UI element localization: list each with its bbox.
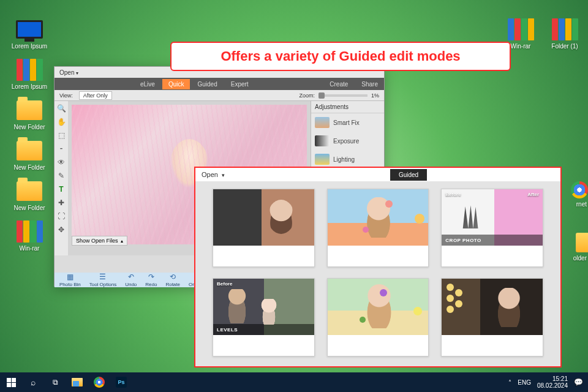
zoom-tool-icon[interactable]: 🔍 [56,104,66,113]
rotate-icon: ⟲ [170,273,176,281]
desktop-icon-label: New Folder [11,205,48,211]
adj-label: Smart Fix [333,119,360,126]
folder-icon[interactable] [576,233,588,252]
selection-tool-icon[interactable]: ⬚ [56,130,66,140]
task-view-button[interactable]: ⧉ [44,372,66,392]
desktop-icon-label: Lorem Ipsum [11,43,48,50]
view-select[interactable]: After Only [79,91,112,100]
eyedropper-icon[interactable]: ⁃ [56,144,66,154]
adj-smartfix[interactable]: Smart Fix [311,113,384,132]
chrome-icon [94,377,105,388]
after-tag: After [527,192,539,197]
photobin-icon: ▦ [67,273,74,281]
taskbar: ⌕ ⧉ Ps ˄ ENG 15:21 08.02.2024 💬 [0,372,588,392]
photoshop-icon: Ps [116,377,127,388]
binders-icon [16,221,43,243]
tray-chevron-icon[interactable]: ˄ [508,379,511,386]
redo-icon: ↷ [148,273,154,281]
start-button[interactable] [0,372,22,392]
open-menu[interactable]: Open [195,171,231,178]
desktop-icon-label: Lorem Ipsum [11,83,48,90]
folder-icon [16,180,43,202]
monitor-icon [16,18,43,40]
card-overlay-label: CROP PHOTO [442,235,543,246]
language-indicator[interactable]: ENG [518,379,531,386]
zoom-value: 1% [371,92,379,99]
guided-grid: Before After CROP PHOTO Before LEVELS [195,181,560,364]
adj-exposure[interactable]: Exposure [311,132,384,150]
tab-quick[interactable]: Quick [162,79,190,89]
card-overlay-label: LEVELS [213,324,314,335]
photoshop-button[interactable]: Ps [110,372,132,392]
adj-label: Lighting [333,156,355,163]
desktop-icon-folder[interactable]: New Folder [11,180,48,211]
rotate-button[interactable]: ⟲Rotate [165,273,180,287]
desktop-icon-binders[interactable]: Lorem Ipsum [11,59,48,90]
brush-tool-icon[interactable]: ✎ [56,171,66,181]
zoom-label: Zoom: [299,92,315,99]
desktop-icon-label: Win-rar [11,245,48,252]
search-button[interactable]: ⌕ [22,372,44,392]
guided-top-bar: Open Guided [195,168,560,181]
move-tool-icon[interactable]: ✥ [56,225,66,235]
view-bar: View: After Only Zoom: 1% [55,90,384,101]
guided-card[interactable] [327,278,429,356]
search-icon: ⌕ [31,377,36,387]
binders-icon [551,18,578,40]
toolbox: 🔍 ✋ ⬚ ⁃ 👁 ✎ T ✚ ⛶ ✥ [55,101,68,255]
clock-date: 08.02.2024 [537,382,568,389]
desktop-icon-folder1[interactable]: Folder (1) [546,18,583,50]
explorer-icon [72,378,83,386]
photo-bin-button[interactable]: ▦Photo Bin [59,273,81,287]
adj-lighting[interactable]: Lighting [311,150,384,168]
notifications-icon[interactable]: 💬 [574,378,583,386]
undo-button[interactable]: ↶Undo [125,273,137,287]
crop-tool-icon[interactable]: ⛶ [56,211,66,221]
open-menu[interactable]: Open [59,69,78,76]
guided-card[interactable] [441,278,543,356]
healing-tool-icon[interactable]: ✚ [56,198,66,208]
redeye-tool-icon[interactable]: 👁 [56,157,66,167]
tool-options-button[interactable]: ☰Tool Options [89,273,116,287]
desktop-icon-folder[interactable]: New Folder [11,99,48,130]
adjustments-header: Adjustments [311,101,384,113]
tab-share[interactable]: Share [355,79,384,89]
tab-elive[interactable]: eLive [134,79,161,89]
before-tag: Before [217,281,232,287]
desktop-icon-label: New Folder [11,124,48,130]
show-open-files[interactable]: Show Open Files▴ [72,236,127,246]
tab-guided[interactable]: Guided [191,79,223,89]
guided-card[interactable] [213,189,315,267]
desktop-icon-winrar[interactable]: Win-rar [11,221,48,252]
desktop-icon-label: New Folder [11,164,48,171]
chrome-button[interactable] [88,372,110,392]
folder-icon [16,140,43,162]
tab-expert[interactable]: Expert [225,79,255,89]
windows-icon [7,378,16,387]
chrome-icon[interactable] [571,181,588,198]
adj-label: Exposure [333,138,359,145]
clock-time: 15:21 [537,375,568,382]
binders-icon [507,18,534,40]
mode-tabs: eLive Quick Guided Expert Create Share [55,78,384,90]
tab-guided[interactable]: Guided [390,169,427,181]
guided-card[interactable] [327,189,429,267]
desktop-icon-thispc[interactable]: Lorem Ipsum [11,18,48,50]
before-tag: Before [445,192,461,197]
desktop-icon-label: rnet [576,201,587,208]
callout-banner: Offers a variety of Guided edit modes [170,42,511,71]
guided-card-levels[interactable]: Before LEVELS [213,278,315,356]
hand-tool-icon[interactable]: ✋ [56,117,66,127]
zoom-slider[interactable] [318,94,368,97]
type-tool-icon[interactable]: T [56,184,66,194]
guided-edits-window: Open Guided Before After CROP PHOTO Befo… [194,167,562,368]
clock[interactable]: 15:21 08.02.2024 [537,375,568,389]
desktop-icon-label: Folder (1) [546,43,583,50]
desktop-icon-folder[interactable]: New Folder [11,140,48,171]
view-label: View: [59,92,73,99]
tab-create[interactable]: Create [323,79,354,89]
binders-icon [16,59,43,81]
explorer-button[interactable] [66,372,88,392]
guided-card-crop[interactable]: Before After CROP PHOTO [441,189,543,267]
redo-button[interactable]: ↷Redo [145,273,157,287]
